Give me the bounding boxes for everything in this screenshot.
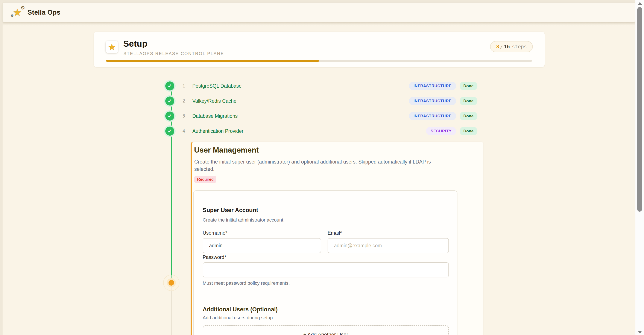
super-user-description: Create the initial administrator account… <box>203 217 285 223</box>
brand-title: Stella Ops <box>28 9 60 16</box>
username-field[interactable] <box>203 238 321 253</box>
step-row-2: ✓ 2 Valkey/Redis Cache INFRASTRUCTURE Do… <box>165 95 478 107</box>
step-number: 4 <box>181 129 186 134</box>
user-management-card: User Management Create the initial super… <box>190 142 484 335</box>
steps-suffix: steps <box>512 44 527 50</box>
star-icon: ★ <box>13 7 22 18</box>
super-user-title: Super User Account <box>203 207 258 214</box>
password-label: Password* <box>203 254 226 260</box>
top-bar: ★ ⚙ ⚙ Stella Ops <box>2 3 636 22</box>
setup-logo-icon: ★ <box>106 41 118 53</box>
additional-users-description: Add additional users during setup. <box>203 315 274 320</box>
vertical-scrollbar[interactable] <box>636 0 644 335</box>
setup-progress-fill <box>106 60 319 62</box>
setup-progress-bar <box>106 60 532 62</box>
category-badge: INFRASTRUCTURE <box>409 82 456 90</box>
steps-slash: / <box>499 44 504 50</box>
step-complete-check-icon: ✓ <box>165 127 174 136</box>
step-number: 3 <box>181 113 186 119</box>
topbar-shadow <box>2 22 636 26</box>
password-field[interactable] <box>203 262 449 277</box>
star-icon: ★ <box>108 42 116 52</box>
step-title-link[interactable]: PostgreSQL Database <box>192 83 242 89</box>
stella-logo-icon: ★ ⚙ ⚙ <box>12 7 24 18</box>
steps-total-count: 16 <box>504 44 510 50</box>
current-step-marker <box>168 280 174 285</box>
steps-done-count: 8 <box>496 44 499 50</box>
username-label: Username* <box>203 230 227 236</box>
status-badge: Done <box>460 127 478 135</box>
step-row-1: ✓ 1 PostgreSQL Database INFRASTRUCTURE D… <box>165 80 478 92</box>
scrollbar-thumb[interactable] <box>637 7 642 212</box>
status-badge: Done <box>460 82 478 90</box>
step-title-link[interactable]: Authentication Provider <box>192 128 244 134</box>
steps-count-badge: 8 / 16 steps <box>490 41 533 52</box>
gear-icon: ⚙ <box>20 5 25 11</box>
category-badge: INFRASTRUCTURE <box>409 112 456 120</box>
required-badge: Required <box>194 176 216 183</box>
step-number: 2 <box>181 98 186 104</box>
step-complete-check-icon: ✓ <box>165 112 174 121</box>
step-number: 1 <box>181 83 186 89</box>
email-field[interactable] <box>328 238 449 253</box>
gear-icon: ⚙ <box>11 14 14 18</box>
scroll-up-icon[interactable] <box>638 2 642 5</box>
section-title: User Management <box>194 146 259 154</box>
step-row-3: ✓ 3 Database Migrations INFRASTRUCTURE D… <box>165 110 478 122</box>
page-title: Setup <box>123 39 148 49</box>
step-row-4: ✓ 4 Authentication Provider SECURITY Don… <box>165 125 478 137</box>
brand[interactable]: ★ ⚙ ⚙ Stella Ops <box>12 7 60 18</box>
password-hint: Must meet password policy requirements. <box>203 280 290 286</box>
step-complete-check-icon: ✓ <box>165 82 174 91</box>
status-badge: Done <box>460 97 478 105</box>
page-subtitle: STELLAOPS RELEASE CONTROL PLANE <box>124 51 224 56</box>
add-another-user-button[interactable]: + Add Another User <box>203 325 449 335</box>
status-badge: Done <box>460 112 478 120</box>
step-title-link[interactable]: Database Migrations <box>192 113 238 119</box>
timeline-pending-rail <box>171 286 172 335</box>
add-another-user-label: + Add Another User <box>303 331 348 335</box>
category-badge: SECURITY <box>426 127 456 135</box>
step-title-link[interactable]: Valkey/Redis Cache <box>192 98 236 104</box>
super-user-card: Super User Account Create the initial ad… <box>193 190 458 335</box>
email-label: Email* <box>328 230 342 236</box>
category-badge: INFRASTRUCTURE <box>409 97 456 105</box>
section-divider <box>203 296 449 296</box>
main-content: ★ Setup STELLAOPS RELEASE CONTROL PLANE … <box>2 22 636 335</box>
step-complete-check-icon: ✓ <box>165 97 174 106</box>
additional-users-title: Additional Users (Optional) <box>203 306 278 313</box>
setup-header-card: ★ Setup STELLAOPS RELEASE CONTROL PLANE … <box>94 32 544 67</box>
scroll-down-icon[interactable] <box>638 331 642 334</box>
section-description: Create the initial super user (administr… <box>194 158 432 173</box>
